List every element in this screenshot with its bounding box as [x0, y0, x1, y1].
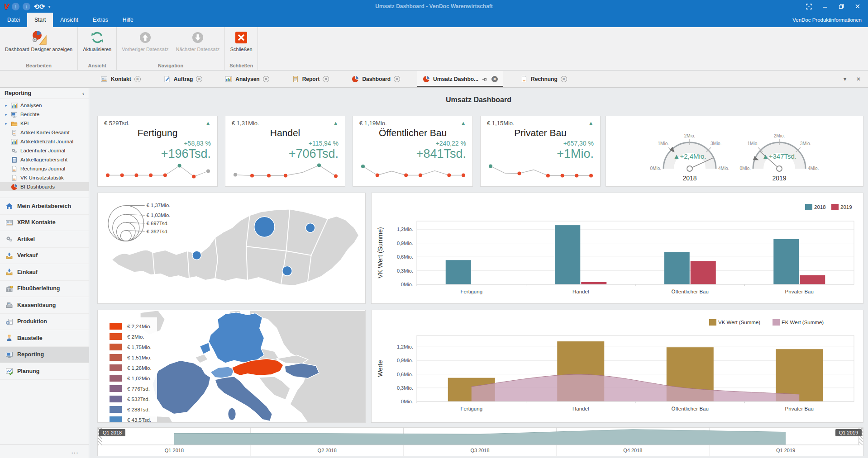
tab-close-icon[interactable]: ✕ [196, 76, 202, 82]
sidebar-tree-vk-umsatzstatistik[interactable]: VK Umsatzstatistik [0, 173, 89, 182]
sidebar-tree-artikeldrehzahl-journal[interactable]: Artikeldrehzahl Journal [0, 137, 89, 146]
menu-item-start[interactable]: Start [27, 13, 53, 27]
minimize-icon[interactable] [817, 1, 833, 11]
ribbon-button-dashboard-designer-anzeigen[interactable]: Dashboard-Designer anzeigen [2, 28, 76, 54]
expand-arrow-icon[interactable]: ▸ [4, 103, 8, 108]
ribbon-button-aktualisieren[interactable]: Aktualisieren [80, 28, 114, 54]
dashboard-content: Umsatz Dashboard € 529Tsd.▲Fertigung+58,… [89, 88, 868, 458]
legend-swatch [110, 364, 122, 371]
tree-item-label: BI Dashboards [20, 184, 55, 189]
sidebar-item-verkauf[interactable]: Verkauf [0, 248, 89, 264]
timeline-end-badge[interactable]: Q1 2019 [835, 429, 862, 436]
home-icon [5, 202, 13, 210]
tab-kontakt[interactable]: Kontakt✕ [95, 71, 146, 87]
tabbar-close-icon[interactable]: ✕ [856, 76, 861, 82]
circle-up-icon[interactable]: ↑ [12, 3, 19, 10]
kpi-card-fertigung[interactable]: € 529Tsd.▲Fertigung+58,83 %+196Tsd. [97, 116, 218, 187]
sidebar-tree-berichte[interactable]: ▸Berichte [0, 110, 89, 119]
sidebar-item-kassenlösung[interactable]: Kassenlösung [0, 297, 89, 314]
kpi-card-handel[interactable]: € 1,31Mio.▲Handel+115,94 %+706Tsd. [225, 116, 345, 187]
sidebar-tree-analysen[interactable]: ▸Analysen [0, 101, 89, 110]
close-icon[interactable] [850, 1, 865, 11]
trend-up-icon: ▲ [460, 120, 466, 127]
tab-close-icon[interactable]: ✕ [561, 76, 567, 82]
kpi-card-privater-bau[interactable]: € 1,15Mio.▲Privater Bau+657,30 %+1Mio. [480, 116, 601, 187]
sidebar-tree-artikellagerübersicht[interactable]: Artikellagerübersicht [0, 155, 89, 164]
refresh-icon[interactable]: ⟲⟳ [33, 3, 45, 10]
menu-item-extras[interactable]: Extras [86, 13, 115, 27]
menu-item-hilfe[interactable]: Hilfe [115, 13, 141, 27]
kpi-percent-value: +115,94 % [232, 140, 339, 147]
vendoc-logo-icon: V [4, 3, 9, 10]
kpi-sparkline [359, 161, 466, 181]
choropleth-legend-item: € 1,75Mio. [110, 342, 152, 352]
nav-overflow-button[interactable]: ... [0, 444, 89, 458]
tab-auftrag[interactable]: Auftrag✕ [158, 71, 208, 87]
sidebar-collapse-icon[interactable]: ‹ [82, 90, 84, 97]
chart-icon [11, 102, 18, 109]
timeline-start-badge[interactable]: Q1 2018 [99, 429, 125, 436]
choropleth-legend-item: € 1,02Mio. [110, 373, 152, 383]
app-window: V ↑ ↓ ⟲⟳ ▾ Umsatz Dashboard - VenDoc War… [0, 0, 868, 458]
tab-umsatz-dashbo-[interactable]: Umsatz Dashbo...✕ [417, 71, 503, 87]
sidebar-item-baustelle[interactable]: Baustelle [0, 330, 89, 347]
svg-text:2018: 2018 [682, 175, 696, 182]
circle-down-icon[interactable]: ↓ [23, 3, 30, 10]
vk-by-year-chart-panel[interactable]: 0Mio.0,3Mio.0,6Mio.0,9Mio.1,2Mio.Fertigu… [371, 193, 863, 304]
sidebar-tree-artikel-kartei-gesamt[interactable]: Artikel Kartei Gesamt [0, 128, 89, 137]
ribbon-button-nächster-datensatz: Nächster Datensatz [173, 28, 223, 54]
sidebar-item-planung[interactable]: Planung [0, 363, 89, 380]
sidebar-item-artikel[interactable]: Artikel [0, 231, 89, 248]
pin-icon[interactable] [482, 76, 488, 83]
tab-dashboard[interactable]: Dashboard✕ [346, 71, 405, 87]
sidebar-item-fibuüberleitung[interactable]: Fibuüberleitung [0, 281, 89, 297]
sidebar-tree-kpi[interactable]: ▸KPI [0, 119, 89, 128]
expand-arrow-icon[interactable]: ▸ [4, 121, 8, 126]
menu-item-ansicht[interactable]: Ansicht [53, 13, 85, 27]
tab-close-icon[interactable]: ✕ [134, 76, 141, 82]
tab-close-icon[interactable]: ✕ [263, 76, 269, 82]
vk-ek-chart-panel[interactable]: 0Mio.0,3Mio.0,6Mio.0,9Mio.1,2Mio.Fertigu… [371, 310, 863, 423]
choropleth-legend-item: € 532Tsd. [110, 394, 152, 404]
tab-rechnung[interactable]: Rechnung✕ [515, 71, 572, 87]
svg-text:1Mio.: 1Mio. [658, 141, 669, 146]
europe-map-panel[interactable]: € 2,24Mio.€ 2Mio.€ 1,75Mio.€ 1,51Mio.€ 1… [97, 310, 366, 423]
sidebar-tree-bi-dashboards[interactable]: BI Dashboards [0, 182, 89, 191]
tree-item-label: Ladenhüter Journal [20, 148, 65, 153]
austria-map-panel[interactable]: € 1,37Mio.€ 1,03Mio.€ 697Tsd.€ 362Tsd. [97, 193, 366, 304]
menu-item-datei[interactable]: Datei [0, 13, 27, 27]
sidebar-item-xrm-kontakte[interactable]: XRM Kontakte [0, 215, 89, 231]
prod-icon [5, 318, 13, 326]
ribbon-button-schließen[interactable]: Schließen [227, 28, 256, 54]
tab-report[interactable]: Report✕ [286, 71, 335, 87]
legend-label: € 1,75Mio. [127, 345, 152, 350]
tab-close-icon[interactable]: ✕ [491, 76, 498, 82]
sidebar-item-mein-arbeitsbereich[interactable]: Mein Arbeitsbereich [0, 198, 89, 215]
tab-analysen[interactable]: Analysen✕ [219, 71, 274, 87]
expand-arrow-icon[interactable]: ▸ [4, 112, 8, 117]
timeline-range-selector[interactable]: Q1 2018 Q1 2019 Q1 2018Q2 2018Q3 2018Q4 … [97, 427, 863, 456]
tab-close-icon[interactable]: ✕ [323, 76, 329, 82]
sidebar-tree-rechnungs-journal[interactable]: Rechnungs Journal [0, 164, 89, 173]
sidebar-item-reporting[interactable]: Reporting [0, 347, 89, 364]
svg-text:2Mio.: 2Mio. [774, 133, 785, 138]
doc-icon [11, 165, 18, 172]
restore-icon[interactable] [834, 1, 849, 11]
trend-up-icon: ▲ [205, 120, 211, 127]
screen-icon [5, 351, 13, 359]
card-icon [11, 129, 18, 136]
choropleth-legend-item: € 2,24Mio. [110, 321, 152, 331]
window-controls [801, 1, 868, 11]
screenfit-icon[interactable] [801, 1, 816, 11]
quick-access-caret-icon[interactable]: ▾ [48, 4, 50, 9]
gauge-panel[interactable]: 0Mio.1Mio.2Mio.3Mio.4Mio.▲+2,4Mio.20180M… [606, 116, 863, 187]
sidebar-tree-ladenhüter-journal[interactable]: Ladenhüter Journal [0, 146, 89, 155]
kpi-title: Fertigung [104, 127, 211, 138]
nav-item-label: Kassenlösung [17, 302, 56, 308]
product-info-link[interactable]: VenDoc Produktinformationen [792, 13, 868, 27]
tab-close-icon[interactable]: ✕ [394, 76, 400, 82]
kpi-card-öffentlicher-bau[interactable]: € 1,19Mio.▲Öffentlicher Bau+240,22 %+841… [353, 116, 473, 187]
tab-list-caret-icon[interactable]: ▾ [844, 76, 846, 82]
sidebar-item-einkauf[interactable]: Einkauf [0, 264, 89, 281]
sidebar-item-produktion[interactable]: Produktion [0, 314, 89, 331]
